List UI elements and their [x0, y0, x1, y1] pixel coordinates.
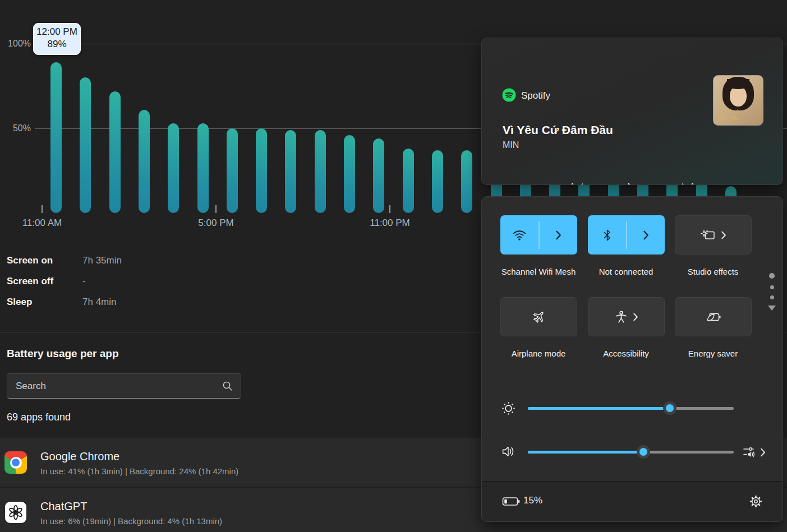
play-icon — [626, 182, 639, 185]
wifi-tile-label: Schannel Wifi Mesh — [496, 265, 581, 279]
brightness-slider-thumb[interactable] — [663, 401, 676, 415]
chevron-right-icon — [643, 230, 649, 240]
bluetooth-toggle[interactable] — [588, 215, 626, 255]
chart-bar[interactable] — [227, 128, 238, 213]
google-chrome-icon — [4, 451, 27, 474]
quick-settings-footer: 15% — [482, 481, 783, 521]
page-dot-3[interactable] — [770, 295, 774, 299]
volume-slider-thumb[interactable] — [637, 445, 650, 459]
studio-effects-tile-label: Studio effects — [671, 265, 755, 279]
app-name: ChatGPT — [40, 500, 87, 513]
chart-bar[interactable] — [139, 110, 150, 213]
stat-value-screen-on: 7h 35min — [82, 255, 122, 266]
chevron-right-icon — [721, 231, 726, 239]
chart-bar[interactable] — [168, 123, 179, 213]
studio-effects-tile[interactable] — [675, 215, 752, 255]
accessibility-icon — [615, 311, 628, 323]
chart-bar[interactable] — [344, 135, 355, 213]
stat-value-sleep: 7h 4min — [82, 297, 116, 308]
page-down-arrow[interactable] — [768, 306, 776, 311]
chart-bar[interactable] — [109, 91, 121, 213]
chart-bar[interactable] — [432, 150, 443, 213]
stat-label-sleep: Sleep — [7, 297, 32, 308]
chart-bar[interactable] — [256, 128, 267, 213]
page-dot-2[interactable] — [770, 285, 774, 289]
chatgpt-icon — [5, 502, 26, 523]
media-widget: Spotify Vì Yêu Cứ Đâm Đầu MIN vì yêu cứ … — [481, 38, 783, 185]
quick-settings-panel: Schannel Wifi Mesh Not connected — [481, 196, 783, 522]
energy-saver-tile-label: Energy saver — [671, 347, 755, 360]
x-axis-label-11am: 11:00 AM — [22, 218, 62, 229]
chart-tooltip: 12:00 PM 89% — [33, 23, 81, 55]
chart-bar[interactable] — [285, 130, 296, 213]
y-axis-label-100: 100% — [0, 39, 31, 49]
wifi-toggle[interactable] — [500, 215, 539, 255]
chevron-right-icon — [555, 230, 562, 240]
x-tick-5pm — [215, 205, 217, 213]
volume-icon — [501, 445, 516, 458]
accessibility-tile-label: Accessibility — [584, 347, 668, 360]
chart-bar[interactable] — [50, 62, 62, 213]
bluetooth-tile-label: Not connected — [584, 265, 668, 279]
search-icon[interactable] — [222, 381, 233, 392]
x-tick-11pm — [389, 205, 390, 213]
previous-icon — [569, 182, 585, 185]
battery-icon[interactable] — [502, 496, 521, 507]
next-icon — [680, 182, 696, 185]
bluetooth-tile[interactable] — [588, 215, 665, 255]
wifi-tile[interactable] — [500, 215, 577, 255]
chart-bar[interactable] — [315, 130, 326, 213]
battery-percentage: 15% — [523, 495, 542, 506]
previous-track-button[interactable] — [565, 178, 590, 185]
settings-gear-icon[interactable] — [749, 495, 762, 508]
x-axis-label-11pm: 11:00 PM — [370, 218, 410, 229]
battery-settings-screen: 100% 50% 11:00 AM 5:00 PM 11:00 PM 12:00… — [0, 0, 787, 532]
energy-saver-tile[interactable] — [675, 297, 752, 336]
chart-bar[interactable] — [403, 149, 414, 213]
media-artist: MIN — [503, 140, 519, 150]
app-name: Google Chrome — [40, 450, 119, 463]
search-input[interactable] — [7, 374, 241, 398]
stat-label-screen-off: Screen off — [7, 276, 53, 287]
app-usage-details: In use: 41% (1h 3min) | Background: 24% … — [40, 466, 238, 476]
album-art: vì yêu cứ đâm đầu — [713, 75, 763, 126]
album-caption: vì yêu cứ đâm đầu — [717, 108, 743, 122]
app-usage-details: In use: 6% (19min) | Background: 4% (1h … — [40, 516, 222, 526]
wifi-expand-button[interactable] — [539, 215, 577, 255]
brightness-slider-fill — [528, 407, 670, 410]
apps-found-count: 69 apps found — [7, 411, 71, 423]
stat-label-screen-on: Screen on — [7, 255, 53, 266]
chart-bar[interactable] — [373, 138, 384, 213]
tooltip-value: 89% — [34, 38, 80, 50]
bluetooth-expand-button[interactable] — [627, 215, 665, 255]
stat-value-screen-off: - — [82, 276, 86, 287]
play-button[interactable] — [620, 178, 645, 185]
chart-bar[interactable] — [461, 150, 472, 213]
accessibility-tile[interactable] — [588, 297, 665, 336]
energy-saver-icon — [706, 311, 721, 323]
chart-bar[interactable] — [80, 77, 91, 213]
x-tick-11am — [42, 205, 43, 213]
media-song-title: Vì Yêu Cứ Đâm Đầu — [503, 123, 613, 137]
airplane-icon — [528, 307, 549, 327]
audio-output-icon[interactable] — [743, 447, 758, 458]
airplane-mode-tile[interactable] — [500, 297, 577, 336]
media-app-name: Spotify — [521, 90, 550, 101]
brightness-icon — [501, 401, 516, 416]
airplane-mode-tile-label: Airplane mode — [496, 347, 581, 360]
volume-expand-chevron-icon[interactable] — [760, 448, 766, 457]
spotify-icon — [502, 88, 516, 102]
chart-bar[interactable] — [197, 123, 209, 213]
x-axis-label-5pm: 5:00 PM — [198, 218, 233, 229]
y-axis-label-50: 50% — [0, 123, 31, 133]
bluetooth-icon — [603, 229, 611, 242]
tooltip-time: 12:00 PM — [34, 26, 80, 38]
studio-effects-icon — [701, 229, 716, 241]
search-box[interactable] — [7, 373, 241, 399]
wifi-icon — [512, 229, 527, 241]
page-dot-1[interactable] — [769, 273, 775, 279]
next-track-button[interactable] — [675, 178, 700, 185]
volume-slider-fill — [528, 451, 643, 454]
battery-usage-heading: Battery usage per app — [7, 348, 119, 360]
chevron-right-icon — [633, 313, 638, 321]
